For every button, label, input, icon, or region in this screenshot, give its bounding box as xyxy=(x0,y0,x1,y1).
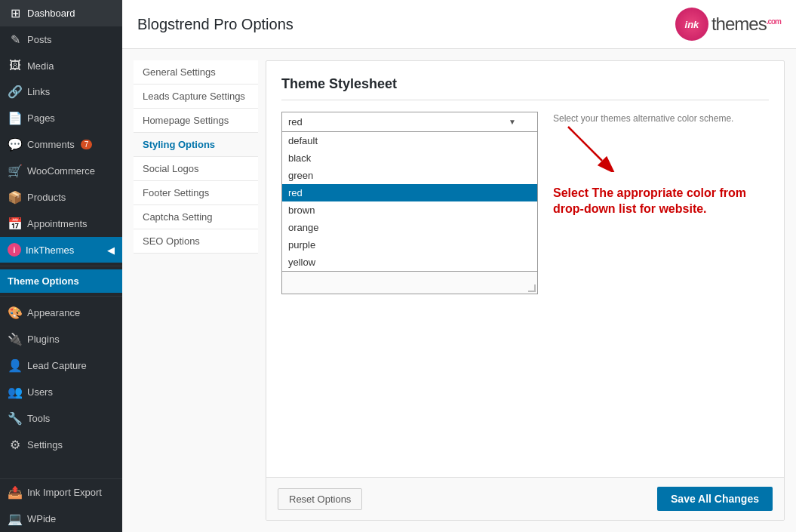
sidebar-item-inkthemes[interactable]: i InkThemes ◀ xyxy=(0,237,122,263)
logo-area: ink themes.com xyxy=(675,8,781,41)
dropdown-option-brown[interactable]: brown xyxy=(282,201,537,219)
sidebar-item-dashboard[interactable]: ⊞ Dashboard xyxy=(0,0,122,26)
sidebar-bottom: 📤 Ink Import Export 💻 WPide xyxy=(0,478,122,532)
dashboard-icon: ⊞ xyxy=(8,6,23,20)
inkthemes-icon: i xyxy=(8,243,21,257)
dropdown-list: default black green red brown orange pur… xyxy=(281,132,538,272)
hint-callout-area: Select your themes alternative color sch… xyxy=(553,112,769,217)
main-panel: Theme Stylesheet red ▼ default black xyxy=(266,60,785,521)
products-icon: 📦 xyxy=(8,190,23,204)
ink-import-export-icon: 📤 xyxy=(8,485,23,500)
sub-nav-general-settings[interactable]: General Settings xyxy=(134,60,258,85)
sidebar-divider-2 xyxy=(0,296,122,297)
dropdown-option-red[interactable]: red xyxy=(282,184,537,201)
media-icon: 🖼 xyxy=(8,59,23,72)
callout-text: Select The appropriate color from drop-d… xyxy=(553,186,769,217)
sidebar-item-tools[interactable]: 🔧 Tools xyxy=(0,405,122,432)
resize-handle[interactable] xyxy=(528,284,536,292)
appointments-icon: 📅 xyxy=(8,217,23,231)
lead-capture-icon: 👤 xyxy=(8,358,23,373)
sidebar-item-media[interactable]: 🖼 Media xyxy=(0,53,122,78)
dropdown-option-black[interactable]: black xyxy=(282,149,537,167)
main-content: Blogstrend Pro Options ink themes.com Ge… xyxy=(122,0,796,532)
sidebar-item-appearance[interactable]: 🎨 Appearance xyxy=(0,300,122,326)
sidebar-item-comments[interactable]: 💬 Comments 7 xyxy=(0,131,122,158)
settings-icon: ⚙ xyxy=(8,438,23,452)
reset-options-button[interactable]: Reset Options xyxy=(278,488,362,510)
sidebar-item-wpide[interactable]: 💻 WPide xyxy=(0,506,122,532)
sub-nav-captcha-setting[interactable]: Captcha Setting xyxy=(134,205,258,229)
sidebar-item-links[interactable]: 🔗 Links xyxy=(0,78,122,105)
logo-themes: themes.com xyxy=(711,14,781,35)
logo-ink: ink xyxy=(685,19,699,30)
sidebar-item-appointments[interactable]: 📅 Appointments xyxy=(0,211,122,237)
panel-inner: Theme Stylesheet red ▼ default black xyxy=(266,61,784,477)
stylesheet-row: red ▼ default black green red brown oran… xyxy=(281,112,769,294)
comments-badge: 7 xyxy=(81,140,93,149)
top-header: Blogstrend Pro Options ink themes.com xyxy=(122,0,796,49)
textarea-resize-area xyxy=(281,272,538,294)
sidebar: ⊞ Dashboard ✎ Posts 🖼 Media 🔗 Links 📄 Pa… xyxy=(0,0,122,532)
sub-sidebar: General Settings Leads Capture Settings … xyxy=(134,60,266,521)
dropdown-area: red ▼ default black green red brown oran… xyxy=(281,112,538,294)
pages-icon: 📄 xyxy=(8,111,23,125)
links-icon: 🔗 xyxy=(8,85,23,99)
woocommerce-icon: 🛒 xyxy=(8,164,23,178)
dropdown-trigger[interactable]: red ▼ xyxy=(281,112,538,132)
sidebar-divider xyxy=(0,266,122,266)
sidebar-item-settings[interactable]: ⚙ Settings xyxy=(0,432,122,458)
appearance-icon: 🎨 xyxy=(8,306,23,320)
bottom-bar: Reset Options Save All Changes xyxy=(266,477,784,520)
sidebar-item-posts[interactable]: ✎ Posts xyxy=(0,26,122,53)
sub-nav-leads-capture-settings[interactable]: Leads Capture Settings xyxy=(134,85,258,109)
sidebar-item-woocommerce[interactable]: 🛒 WooCommerce xyxy=(0,158,122,184)
tools-icon: 🔧 xyxy=(8,411,23,426)
logo-circle: ink xyxy=(675,8,708,41)
sub-nav-styling-options[interactable]: Styling Options xyxy=(134,133,258,157)
sidebar-item-users[interactable]: 👥 Users xyxy=(0,379,122,405)
sidebar-item-products[interactable]: 📦 Products xyxy=(0,184,122,211)
callout-text-area: Select The appropriate color from drop-d… xyxy=(553,186,769,217)
sidebar-item-ink-import-export[interactable]: 📤 Ink Import Export xyxy=(0,479,122,506)
dropdown-option-green[interactable]: green xyxy=(282,167,537,184)
page-title: Blogstrend Pro Options xyxy=(137,16,294,33)
sidebar-item-plugins[interactable]: 🔌 Plugins xyxy=(0,326,122,352)
sub-nav-homepage-settings[interactable]: Homepage Settings xyxy=(134,109,258,133)
dropdown-option-yellow[interactable]: yellow xyxy=(282,254,537,271)
svg-line-1 xyxy=(568,127,602,161)
dropdown-option-purple[interactable]: purple xyxy=(282,236,537,254)
theme-options-label: Theme Options xyxy=(0,269,122,293)
dropdown-option-orange[interactable]: orange xyxy=(282,219,537,236)
sidebar-item-pages[interactable]: 📄 Pages xyxy=(0,105,122,131)
sub-nav-social-logos[interactable]: Social Logos xyxy=(134,157,258,181)
callout-arrow-svg xyxy=(561,119,621,172)
dropdown-selected-value: red xyxy=(288,116,303,128)
save-changes-button[interactable]: Save All Changes xyxy=(657,487,773,511)
section-title: Theme Stylesheet xyxy=(281,76,769,100)
posts-icon: ✎ xyxy=(8,32,23,47)
sidebar-item-lead-capture[interactable]: 👤 Lead Capture xyxy=(0,352,122,379)
comments-icon: 💬 xyxy=(8,137,23,152)
chevron-down-icon: ▼ xyxy=(509,118,516,126)
sub-nav-seo-options[interactable]: SEO Options xyxy=(134,229,258,254)
wpide-icon: 💻 xyxy=(8,512,23,526)
plugins-icon: 🔌 xyxy=(8,332,23,346)
dropdown-option-default[interactable]: default xyxy=(282,132,537,149)
content-body: General Settings Leads Capture Settings … xyxy=(122,49,796,532)
sub-nav-footer-settings[interactable]: Footer Settings xyxy=(134,181,258,205)
users-icon: 👥 xyxy=(8,385,23,399)
